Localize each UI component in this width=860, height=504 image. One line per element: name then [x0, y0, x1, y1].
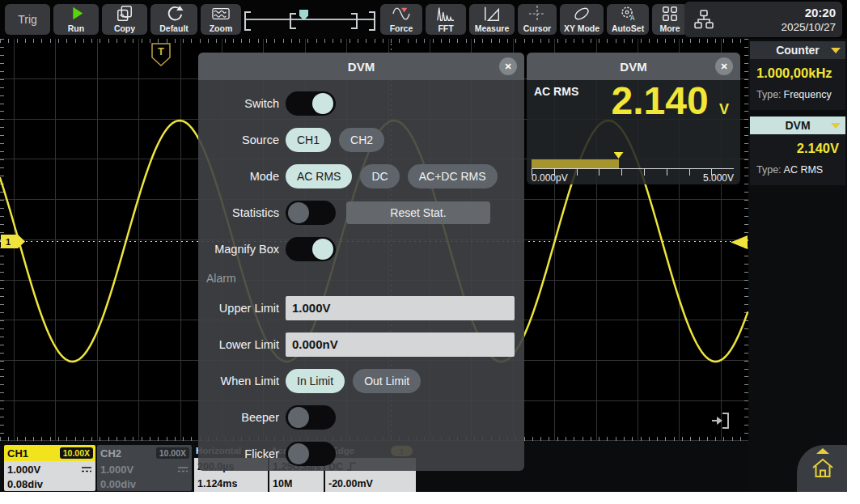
- dvm-meter-window: DVM ✕ AC RMS 2.140 V 0.000pV 5.000V: [527, 53, 740, 184]
- when-limit-row: When Limit In Limit Out Limit: [198, 362, 524, 399]
- statistics-toggle[interactable]: [286, 201, 336, 225]
- zoom-window-slider[interactable]: [243, 4, 377, 35]
- dialog-header[interactable]: DVM ✕: [198, 53, 524, 80]
- ch1-block[interactable]: CH110.00X 1.000V 0.08div: [4, 445, 95, 491]
- dvm-settings-dialog: DVM ✕ Switch Source CH1 CH2 Mode AC RMS …: [198, 53, 524, 471]
- dvm-panel-header[interactable]: DVM: [750, 116, 845, 134]
- ch1-offset: 0.08div: [7, 478, 43, 490]
- upper-limit-field[interactable]: 1.000V: [286, 296, 515, 320]
- magnify-box-label: Magnify Box: [198, 243, 279, 256]
- fft-spectrum-icon: [435, 4, 456, 24]
- toggle-knob: [288, 407, 309, 428]
- home-corner-widget[interactable]: [797, 445, 847, 492]
- trigger-position-marker[interactable]: T: [150, 43, 172, 67]
- copy-button[interactable]: Copy: [102, 4, 147, 35]
- clock-time: 20:20: [781, 5, 836, 20]
- alarm-section-label: Alarm: [198, 267, 524, 290]
- xy-ellipse-icon: [571, 4, 592, 24]
- switch-toggle[interactable]: [286, 91, 336, 116]
- chevron-down-icon: [831, 48, 841, 53]
- exit-zoom-icon[interactable]: [709, 409, 731, 432]
- home-icon[interactable]: [811, 456, 835, 481]
- force-button[interactable]: Force: [380, 4, 422, 35]
- dvm-window-title: DVM: [620, 60, 646, 74]
- mode-acrms-option[interactable]: AC RMS: [286, 164, 352, 188]
- lower-limit-field[interactable]: 0.000nV: [286, 332, 515, 357]
- lower-limit-label: Lower Limit: [198, 338, 279, 351]
- measure-button[interactable]: Measure: [469, 4, 515, 35]
- lower-limit-row: Lower Limit 0.000nV: [198, 326, 524, 362]
- statistics-label: Statistics: [198, 206, 279, 219]
- more-button[interactable]: More: [652, 4, 688, 35]
- dvm-panel: DVM 2.140V Type:AC RMS: [750, 116, 845, 185]
- ch1-scale: 1.000V: [7, 464, 40, 476]
- cursor-crosshair-icon: [527, 4, 548, 24]
- mode-acdc-option[interactable]: AC+DC RMS: [408, 164, 498, 188]
- reset-stat-button[interactable]: Reset Stat.: [346, 201, 490, 224]
- svg-text:A: A: [630, 15, 635, 23]
- slider-left-bracket-icon: [244, 11, 251, 31]
- copy-icon: [114, 4, 135, 24]
- zoom-button[interactable]: Zoom: [201, 4, 241, 35]
- counter-panel: Counter 1.000,00kHz Type:Frequency: [750, 41, 845, 110]
- clock-date: 2025/10/27: [781, 20, 836, 34]
- chevron-down-icon: [831, 123, 841, 129]
- default-button[interactable]: Default: [150, 4, 197, 35]
- collapse-up-icon[interactable]: [816, 448, 829, 454]
- trigger-level-value: -20.00mV: [328, 478, 373, 489]
- source-ch2-option[interactable]: CH2: [339, 128, 384, 152]
- beeper-label: Beeper: [198, 411, 279, 424]
- autoset-button[interactable]: A AutoSet: [607, 4, 649, 35]
- counter-value: 1.000,00kHz: [750, 59, 845, 83]
- toggle-knob: [288, 443, 309, 464]
- flicker-row: Flicker: [198, 435, 524, 472]
- dvm-sidebar-value: 2.140V: [750, 134, 845, 158]
- switch-label: Switch: [198, 97, 279, 110]
- memory-depth-value: 10M: [273, 478, 292, 489]
- ch2-scale: 1.000V: [100, 464, 133, 476]
- dvm-unit: V: [719, 101, 729, 117]
- ch2-name: CH2: [100, 447, 121, 460]
- switch-row: Switch: [198, 85, 524, 121]
- dvm-sidebar-type: Type:AC RMS: [750, 158, 845, 182]
- magnify-box-toggle[interactable]: [286, 237, 336, 261]
- trig-button[interactable]: Trig: [5, 4, 50, 35]
- counter-panel-header[interactable]: Counter: [750, 41, 845, 59]
- source-label: Source: [198, 133, 279, 146]
- toggle-knob: [288, 202, 309, 223]
- mode-dc-option[interactable]: DC: [360, 164, 399, 188]
- dvm-scale-min: 0.000pV: [532, 172, 568, 184]
- dvm-bar-meter: [532, 159, 734, 168]
- run-button[interactable]: Run: [53, 4, 99, 35]
- mode-row: Mode AC RMS DC AC+DC RMS: [198, 158, 524, 194]
- ch2-block[interactable]: CH210.00X 1.000V 0.00div: [97, 445, 192, 491]
- slider-window-left-icon: [290, 13, 296, 29]
- reset-arrow-icon: [163, 4, 184, 24]
- counter-type: Type:Frequency: [750, 83, 845, 107]
- out-limit-option[interactable]: Out Limit: [353, 369, 421, 393]
- beeper-toggle[interactable]: [286, 405, 336, 430]
- dc-coupling-icon: [177, 466, 189, 473]
- close-icon[interactable]: ✕: [499, 57, 517, 75]
- dc-coupling-icon: [81, 466, 92, 473]
- xy-mode-button[interactable]: XY Mode: [560, 4, 604, 35]
- delay-value: 1.124ms: [197, 478, 237, 489]
- play-icon: [66, 4, 87, 24]
- dvm-scale-max: 5.000V: [703, 172, 734, 184]
- dvm-bar-fill: [532, 159, 619, 168]
- flicker-toggle[interactable]: [286, 442, 336, 466]
- fft-button[interactable]: FFT: [426, 4, 466, 35]
- mode-label: Mode: [198, 170, 279, 183]
- cursor-button[interactable]: Cursor: [518, 4, 557, 35]
- ch2-offset: 0.00div: [100, 478, 136, 490]
- ch1-probe-badge: 10.00X: [60, 447, 93, 459]
- upper-limit-row: Upper Limit 1.000V: [198, 290, 524, 326]
- in-limit-option[interactable]: In Limit: [286, 369, 345, 393]
- autoset-gear-icon: A: [617, 4, 638, 24]
- dvm-window-header[interactable]: DVM ✕: [527, 53, 740, 80]
- status-panel: 20:20 2025/10/27: [684, 2, 842, 37]
- close-icon[interactable]: ✕: [715, 57, 733, 75]
- network-icon[interactable]: [693, 9, 715, 30]
- source-ch1-option[interactable]: CH1: [286, 128, 331, 152]
- beeper-row: Beeper: [198, 399, 524, 435]
